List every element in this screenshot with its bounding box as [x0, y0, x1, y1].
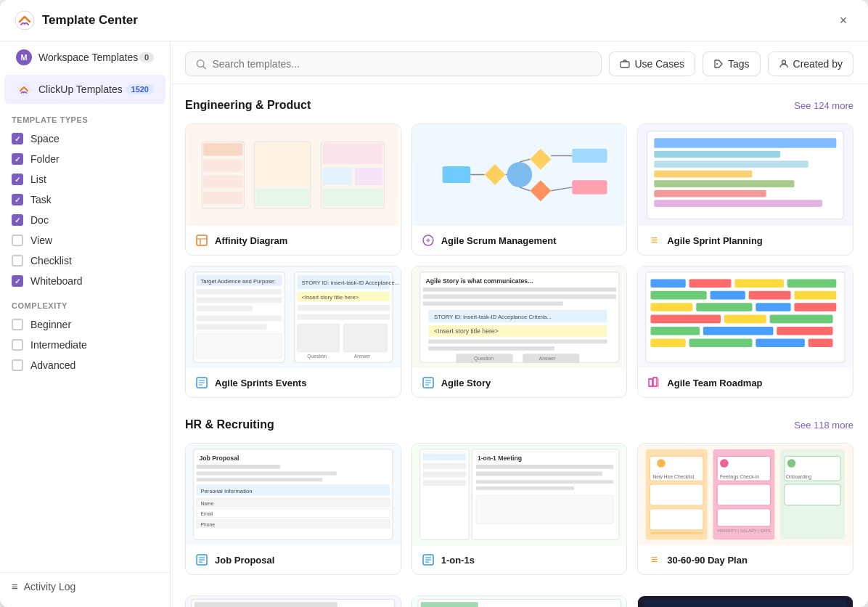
filter-checklist[interactable]: Checklist	[0, 250, 170, 271]
list-checkbox[interactable]	[12, 174, 23, 185]
sidebar-item-clickup[interactable]: ClickUp Templates 1520	[4, 75, 165, 104]
svg-point-0	[15, 11, 34, 30]
intermediate-checkbox[interactable]	[12, 339, 23, 351]
svg-rect-147	[476, 486, 574, 490]
1on1-name: 1-on-1s	[441, 555, 475, 566]
space-checkbox[interactable]	[12, 133, 23, 144]
filter-beginner[interactable]: Beginner	[0, 314, 170, 335]
agile-sprint-name: Agile Sprint Planning	[667, 235, 762, 246]
advanced-label: Advanced	[30, 359, 75, 371]
agile-scrum-info: Agile Scrum Management	[412, 226, 627, 255]
whiteboard-checkbox[interactable]	[12, 275, 23, 287]
template-bottom-3[interactable]: FITNESS PRIVACY SALARY DATE	[637, 595, 853, 607]
use-cases-button[interactable]: Use Cases	[609, 52, 695, 76]
svg-rect-128	[197, 519, 390, 528]
sidebar-item-workspace[interactable]: M Workspace Templates 0	[4, 43, 165, 72]
svg-rect-140	[422, 463, 466, 469]
template-affinity-diagram[interactable]: Affinity Diagram	[185, 123, 401, 256]
svg-rect-56	[197, 324, 267, 330]
svg-text:Agile Story is what communicat: Agile Story is what communicates...	[425, 277, 533, 285]
briefcase-icon	[620, 59, 630, 69]
complexity-heading: Complexity	[0, 291, 170, 314]
svg-point-166	[720, 459, 729, 468]
advanced-checkbox[interactable]	[12, 359, 23, 371]
hr-see-more[interactable]: See 118 more	[794, 420, 853, 431]
svg-rect-84	[428, 346, 554, 351]
svg-rect-115	[756, 338, 806, 347]
filter-space[interactable]: Space	[0, 129, 170, 149]
template-1on1[interactable]: 1-on-1 Meeting	[412, 443, 628, 575]
template-job-proposal[interactable]: Job Proposal Personal Information	[185, 443, 401, 575]
filter-doc[interactable]: Doc	[0, 210, 170, 230]
clickup-label: ClickUp Templates	[38, 83, 126, 95]
svg-rect-116	[808, 338, 833, 347]
template-agile-sprint[interactable]: ≡ Agile Sprint Planning	[637, 123, 853, 256]
agile-story-thumb: Agile Story is what communicates... STOR…	[412, 266, 627, 368]
filter-list[interactable]: List	[0, 169, 170, 190]
engineering-see-more[interactable]: See 124 more	[794, 100, 853, 111]
tags-label: Tags	[728, 58, 750, 70]
engineering-grid: Affinity Diagram	[185, 123, 853, 398]
clickup-badge: 1520	[126, 84, 154, 94]
activity-log-icon: ≡	[12, 580, 18, 592]
checklist-checkbox[interactable]	[12, 255, 23, 266]
beginner-checkbox[interactable]	[12, 319, 23, 330]
template-agile-scrum[interactable]: Agile Scrum Management	[412, 123, 628, 256]
svg-rect-110	[651, 327, 700, 335]
svg-rect-12	[203, 192, 242, 204]
agile-story-icon	[421, 375, 435, 390]
agile-sprint-thumb	[638, 124, 853, 226]
svg-rect-21	[197, 235, 207, 245]
svg-text:Answer: Answer	[539, 356, 556, 361]
task-checkbox[interactable]	[12, 194, 23, 205]
close-button[interactable]: ×	[833, 10, 853, 30]
agile-events-name: Agile Sprints Events	[215, 378, 306, 388]
svg-rect-139	[422, 454, 466, 461]
agile-story-info: Agile Story	[412, 368, 627, 397]
filter-view[interactable]: View	[0, 230, 170, 250]
svg-rect-18	[322, 168, 352, 185]
view-checkbox[interactable]	[12, 235, 23, 246]
svg-text:Personal Information: Personal Information	[200, 488, 252, 494]
template-bottom-1[interactable]	[185, 595, 401, 607]
view-label: View	[30, 235, 52, 246]
svg-text:Feelings Check-in: Feelings Check-in	[720, 474, 759, 480]
created-by-button[interactable]: Created by	[768, 52, 853, 76]
doc-label: Doc	[30, 214, 49, 226]
svg-rect-19	[355, 168, 383, 185]
search-input-wrap[interactable]	[185, 52, 602, 76]
svg-text:Name: Name	[200, 501, 213, 506]
agile-events-icon	[195, 375, 209, 390]
template-agile-roadmap[interactable]: Agile Team Roadmap	[637, 266, 853, 398]
doc-checkbox[interactable]	[12, 214, 23, 226]
main-content: Use Cases Tags Created by	[171, 41, 868, 607]
filter-advanced[interactable]: Advanced	[0, 355, 170, 375]
filter-intermediate[interactable]: Intermediate	[0, 335, 170, 355]
svg-rect-47	[655, 200, 823, 207]
svg-rect-159	[650, 509, 703, 530]
template-agile-events[interactable]: Target Audience and Purpose: STORY ID: i…	[185, 266, 401, 398]
folder-checkbox[interactable]	[12, 153, 23, 165]
modal-title: Template Center	[42, 13, 833, 28]
svg-text:PRIORITY | SALARY | DATE: PRIORITY | SALARY | DATE	[718, 529, 771, 533]
30-60-90-icon: ≡	[647, 553, 661, 567]
svg-point-6	[782, 60, 785, 64]
template-types-heading: Template Types	[0, 105, 170, 129]
svg-rect-11	[203, 175, 242, 187]
search-input[interactable]	[212, 58, 591, 70]
template-agile-story[interactable]: Agile Story is what communicates... STOR…	[412, 266, 628, 398]
filter-task[interactable]: Task	[0, 190, 170, 210]
filter-whiteboard[interactable]: Whiteboard	[0, 271, 170, 291]
svg-rect-20	[322, 189, 382, 206]
svg-text:Job Proposal: Job Proposal	[199, 455, 239, 462]
scroll-area[interactable]: Engineering & Product See 124 more	[171, 84, 868, 607]
tags-button[interactable]: Tags	[703, 52, 761, 76]
workspace-avatar: M	[16, 49, 32, 65]
svg-rect-137	[419, 449, 469, 540]
svg-rect-171	[650, 532, 703, 534]
activity-log-button[interactable]: ≡ Activity Log	[0, 572, 170, 600]
svg-rect-145	[476, 472, 602, 476]
template-30-60-90[interactable]: New Hire Checklist Feelings Check-in Onb…	[637, 443, 853, 575]
filter-folder[interactable]: Folder	[0, 149, 170, 169]
template-bottom-2[interactable]	[412, 595, 628, 607]
